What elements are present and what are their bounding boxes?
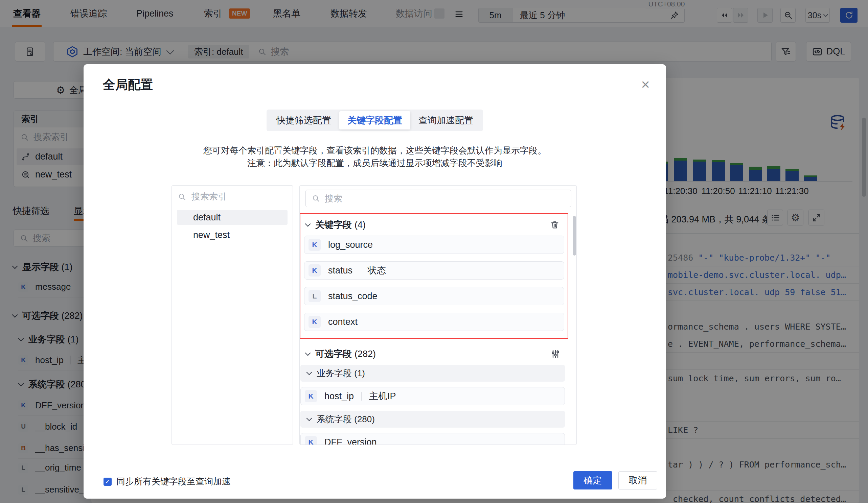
modal-field-log_source[interactable]: K log_source bbox=[304, 235, 564, 254]
cancel-button[interactable]: 取消 bbox=[618, 471, 657, 490]
modal-field-context[interactable]: K context bbox=[304, 313, 564, 331]
divider bbox=[360, 266, 360, 275]
modal-field-search-input[interactable]: 搜索 bbox=[306, 190, 571, 207]
modal-index-list: 搜索索引 defaultnew_test bbox=[172, 185, 293, 445]
search-icon bbox=[178, 193, 186, 201]
key-fields-section: 关键字段 (4) K log_sourceK status 状态L status… bbox=[300, 213, 568, 339]
scrollbar[interactable] bbox=[573, 216, 576, 255]
modal-field-status_code[interactable]: L status_code bbox=[304, 287, 564, 305]
modal-index-default[interactable]: default bbox=[177, 210, 288, 225]
close-icon[interactable]: × bbox=[641, 77, 650, 92]
field-name: context bbox=[328, 317, 358, 327]
trash-icon[interactable] bbox=[550, 220, 559, 230]
group-label: 业务字段 (1) bbox=[317, 367, 365, 379]
chevron-down-icon bbox=[307, 369, 312, 375]
checkbox-label: 同步所有关键字段至查询加速 bbox=[116, 475, 231, 488]
field-alias: 状态 bbox=[368, 264, 386, 276]
key-fields-label: 关键字段 bbox=[315, 219, 352, 231]
optional-fields-count: (282) bbox=[354, 349, 376, 359]
modal-field-DFF_version[interactable]: K DFF_version bbox=[300, 433, 565, 445]
optional-group-系统字段[interactable]: 系统字段 (280) bbox=[300, 411, 565, 428]
field-name: status bbox=[328, 265, 352, 276]
search-icon bbox=[312, 195, 320, 202]
group-label: 系统字段 (280) bbox=[317, 413, 375, 425]
field-type-badge: K bbox=[305, 436, 317, 445]
global-config-modal: 全局配置 × 快捷筛选配置关键字段配置查询加速配置 您可对每个索引配置关键字段，… bbox=[84, 64, 666, 499]
field-name: log_source bbox=[328, 240, 373, 250]
field-type-badge: K bbox=[309, 316, 321, 328]
optional-group-业务字段[interactable]: 业务字段 (1) bbox=[300, 365, 565, 382]
checkbox-checked[interactable]: ✓ bbox=[104, 478, 112, 486]
modal-field-status[interactable]: K status 状态 bbox=[304, 261, 564, 280]
field-type-badge: K bbox=[305, 390, 317, 402]
modal-index-search-input[interactable]: 搜索索引 bbox=[178, 186, 287, 207]
field-type-badge: L bbox=[309, 290, 321, 302]
field-type-badge: K bbox=[309, 264, 321, 276]
ok-button[interactable]: 确定 bbox=[574, 471, 612, 490]
optional-fields-section: 可选字段 (282) 业务字段 (1)K host_ip 主机IP 系统字段 (… bbox=[300, 343, 568, 445]
chevron-down-icon[interactable] bbox=[305, 350, 311, 356]
modal-index-new_test[interactable]: new_test bbox=[177, 228, 288, 242]
modal-description-line1: 您可对每个索引配置关键字段，查看该索引的数据，这些关键字段会默认作为显示字段。 bbox=[84, 145, 666, 157]
field-type-badge: K bbox=[309, 239, 321, 251]
modal-field-host_ip[interactable]: K host_ip 主机IP bbox=[300, 387, 565, 405]
field-name: host_ip bbox=[324, 391, 354, 401]
sync-keyfields-checkbox[interactable]: ✓ 同步所有关键字段至查询加速 bbox=[104, 475, 231, 488]
modal-tab-3[interactable]: 查询加速配置 bbox=[410, 111, 481, 129]
chevron-down-icon[interactable] bbox=[305, 221, 311, 227]
key-fields-count: (4) bbox=[354, 220, 366, 230]
field-alias: 主机IP bbox=[369, 390, 396, 402]
optional-fields-label: 可选字段 bbox=[315, 348, 352, 360]
sliders-filter-icon[interactable] bbox=[551, 349, 560, 359]
modal-tab-2[interactable]: 关键字段配置 bbox=[339, 111, 410, 129]
modal-field-config-panel: 搜索 关键字段 (4) K log_sourceK status 状态L sta… bbox=[299, 185, 577, 445]
modal-index-search-placeholder: 搜索索引 bbox=[192, 191, 227, 202]
field-name: DFF_version bbox=[324, 437, 377, 445]
modal-description-line2: 注意：此为默认字段配置，成员后续通过显示项增减字段不受影响 bbox=[84, 157, 666, 169]
chevron-down-icon bbox=[307, 416, 312, 421]
modal-title: 全局配置 bbox=[103, 76, 153, 93]
divider bbox=[361, 392, 362, 400]
modal-field-search-placeholder: 搜索 bbox=[325, 193, 342, 205]
field-name: status_code bbox=[328, 291, 378, 302]
modal-tab-1[interactable]: 快捷筛选配置 bbox=[268, 111, 339, 129]
